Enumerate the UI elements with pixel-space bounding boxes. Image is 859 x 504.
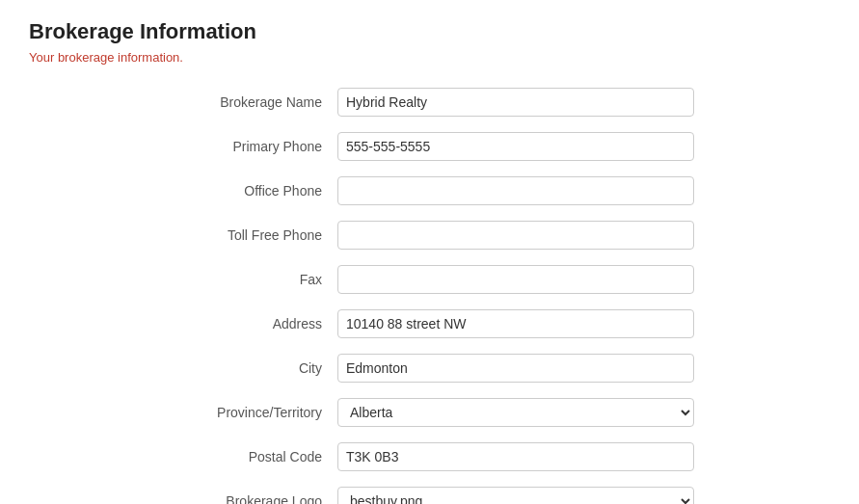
input-address[interactable] [337,309,694,338]
page-subtitle: Your brokerage information. [29,50,830,65]
input-toll-free-phone[interactable] [337,221,694,250]
label-brokerage-logo: Brokerage Logo [29,493,337,504]
form-row-address: Address [29,309,830,338]
page-title: Brokerage Information [29,19,830,44]
input-office-phone[interactable] [337,176,694,205]
label-city: City [29,360,337,376]
form-row-primary-phone: Primary Phone [29,132,830,161]
input-brokerage-name[interactable] [337,88,694,117]
label-province: Province/Territory [29,405,337,420]
brokerage-form: Brokerage NamePrimary PhoneOffice PhoneT… [29,88,830,504]
form-row-office-phone: Office Phone [29,176,830,205]
label-address: Address [29,316,337,332]
input-fax[interactable] [337,265,694,294]
label-postal-code: Postal Code [29,449,337,464]
form-row-province: Province/TerritoryAlbertaBritish Columbi… [29,398,830,427]
input-postal-code[interactable] [337,442,694,471]
form-row-fax: Fax [29,265,830,294]
label-office-phone: Office Phone [29,183,337,199]
form-row-toll-free-phone: Toll Free Phone [29,221,830,250]
label-primary-phone: Primary Phone [29,139,337,154]
select-brokerage-logo[interactable]: bestbuy.png [337,487,694,504]
label-fax: Fax [29,272,337,287]
input-primary-phone[interactable] [337,132,694,161]
form-row-postal-code: Postal Code [29,442,830,471]
label-brokerage-name: Brokerage Name [29,94,337,110]
form-row-brokerage-name: Brokerage Name [29,88,830,117]
form-row-city: City [29,354,830,383]
input-city[interactable] [337,354,694,383]
label-toll-free-phone: Toll Free Phone [29,227,337,243]
form-row-brokerage-logo: Brokerage Logobestbuy.png [29,487,830,504]
select-province[interactable]: AlbertaBritish ColumbiaManitobaNew Bruns… [337,398,694,427]
